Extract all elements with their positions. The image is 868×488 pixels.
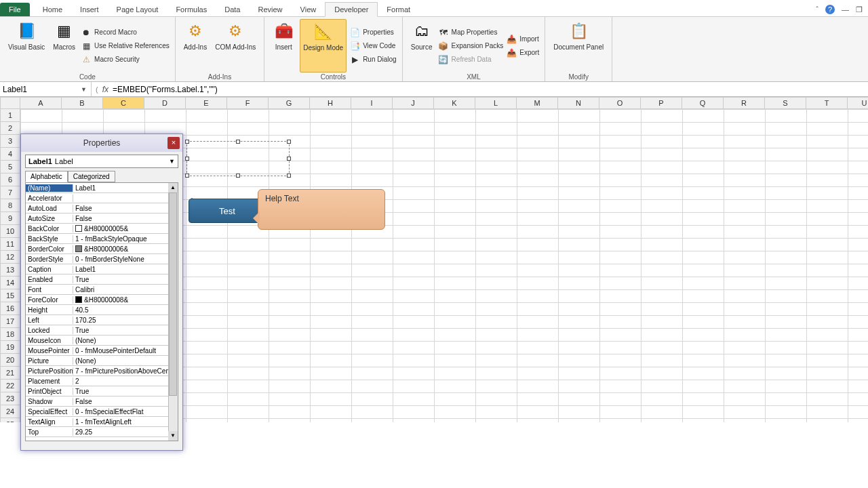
row-header-20[interactable]: 20 [0,354,20,367]
col-header-M[interactable]: M [517,97,558,109]
macros-button[interactable]: ▦Macros [50,19,78,73]
col-header-F[interactable]: F [227,97,269,109]
tab-file[interactable]: File [0,3,30,16]
col-header-A[interactable]: A [20,97,62,109]
prop-row-borderstyle[interactable]: BorderStyle0 - fmBorderStyleNone [26,254,178,264]
prop-row-font[interactable]: FontCalibri [26,285,178,295]
tab-formulas[interactable]: Formulas [167,3,216,16]
prop-row-mousepointer[interactable]: MousePointer0 - fmMousePointerDefault [26,346,178,356]
row-header-15[interactable]: 15 [0,289,20,302]
row-header-17[interactable]: 17 [0,315,20,328]
scroll-up-icon[interactable]: ▲ [168,183,178,192]
prop-row-accelerator[interactable]: Accelerator [26,193,178,203]
col-header-K[interactable]: K [434,97,475,109]
prop-row-name[interactable]: (Name)Label1 [26,183,178,193]
prop-row-mouseicon[interactable]: MouseIcon(None) [26,336,178,346]
window-min-icon[interactable]: — [842,5,849,14]
expansion-packs-button[interactable]: 📦Expansion Packs [438,40,504,52]
record-macro-button[interactable]: ⏺Record Macro [81,26,170,39]
help-icon[interactable]: ? [825,5,835,14]
row-header-19[interactable]: 19 [0,341,20,354]
select-all-corner[interactable] [0,97,20,109]
col-header-Q[interactable]: Q [682,97,724,109]
macro-security-button[interactable]: ⚠Macro Security [81,54,170,66]
prop-row-bordercolor[interactable]: BorderColor&H80000006& [26,244,178,254]
tab-data[interactable]: Data [216,3,249,16]
prop-row-autosize[interactable]: AutoSizeFalse [26,214,178,224]
design-mode-button[interactable]: 📐Design Mode [300,19,347,73]
row-header-14[interactable]: 14 [0,277,20,289]
scrollbar[interactable]: ▲ ▼ [168,183,178,441]
row-header-16[interactable]: 16 [0,302,20,315]
row-header-13[interactable]: 13 [0,264,20,277]
col-header-P[interactable]: P [641,97,682,109]
scroll-down-icon[interactable]: ▼ [168,431,178,441]
visual-basic-button[interactable]: 📘Visual Basic [5,19,47,73]
view-code-button[interactable]: 📑View Code [349,40,396,52]
row-header-1[interactable]: 1 [0,109,20,122]
row-header-25[interactable]: 25 [0,418,20,422]
insert-control-button[interactable]: 🧰Insert [270,19,297,73]
properties-grid[interactable]: (Name)Label1AcceleratorAutoLoadFalseAuto… [25,182,178,441]
prop-row-enabled[interactable]: EnabledTrue [26,274,178,285]
prop-row-autoload[interactable]: AutoLoadFalse [26,203,178,214]
col-header-B[interactable]: B [62,97,103,109]
row-header-5[interactable]: 5 [0,161,20,174]
row-header-12[interactable]: 12 [0,251,20,264]
run-dialog-button[interactable]: ▶Run Dialog [349,54,396,66]
export-button[interactable]: 📤Export [506,47,539,59]
col-header-J[interactable]: J [393,97,434,109]
col-header-E[interactable]: E [186,97,227,109]
prop-row-textalign[interactable]: TextAlign1 - fmTextAlignLeft [26,417,178,427]
prop-row-picture[interactable]: Picture(None) [26,356,178,366]
addins-button[interactable]: ⚙Add-Ins [181,19,210,73]
col-header-O[interactable]: O [599,97,641,109]
prop-row-backstyle[interactable]: BackStyle1 - fmBackStyleOpaque [26,234,178,244]
row-header-8[interactable]: 8 [0,199,20,212]
col-header-N[interactable]: N [558,97,599,109]
prop-row-height[interactable]: Height40.5 [26,305,178,315]
tab-view[interactable]: View [292,3,326,16]
row-header-9[interactable]: 9 [0,212,20,225]
refresh-data-button[interactable]: 🔄Refresh Data [438,54,504,66]
window-restore-icon[interactable]: ❐ [856,5,863,14]
row-header-3[interactable]: 3 [0,135,20,148]
prop-row-top[interactable]: Top29.25 [26,427,178,437]
use-relative-button[interactable]: ▦Use Relative References [81,40,170,52]
prop-row-specialeffect[interactable]: SpecialEffect0 - fmSpecialEffectFlat [26,407,178,417]
minimize-ribbon-icon[interactable]: ˆ [816,5,818,14]
tab-developer[interactable]: Developer [325,2,378,17]
tab-alphabetic[interactable]: Alphabetic [25,171,68,182]
fx-icon[interactable]: fx [102,85,108,94]
map-properties-button[interactable]: 🗺Map Properties [438,26,504,39]
formula-input[interactable]: =EMBED("Forms.Label.1","") [113,85,218,94]
tab-home[interactable]: Home [34,3,71,16]
prop-row-pictureposition[interactable]: PicturePosition7 - fmPicturePositionAbov… [26,366,178,376]
document-panel-button[interactable]: 📋Document Panel [551,19,606,73]
properties-window[interactable]: Properties × Label1Label▼ Alphabetic Cat… [20,134,183,451]
close-icon[interactable]: × [167,137,180,149]
col-header-D[interactable]: D [144,97,186,109]
prop-row-shadow[interactable]: ShadowFalse [26,396,178,407]
row-header-24[interactable]: 24 [0,405,20,418]
col-header-L[interactable]: L [475,97,517,109]
col-header-H[interactable]: H [310,97,351,109]
tab-page-layout[interactable]: Page Layout [108,3,167,16]
row-header-11[interactable]: 11 [0,238,20,251]
row-header-10[interactable]: 10 [0,225,20,238]
tab-categorized[interactable]: Categorized [68,171,115,182]
com-addins-button[interactable]: ⚙COM Add-Ins [212,19,258,73]
object-selector[interactable]: Label1Label▼ [25,155,178,168]
prop-row-caption[interactable]: CaptionLabel1 [26,264,178,274]
col-header-C[interactable]: C [103,97,144,109]
row-header-2[interactable]: 2 [0,122,20,135]
name-box[interactable]: Label1▼ [0,82,92,96]
prop-row-forecolor[interactable]: ForeColor&H80000008& [26,295,178,305]
help-text-callout[interactable]: Help Text [258,189,385,230]
col-header-U[interactable]: U [848,97,868,109]
row-header-18[interactable]: 18 [0,328,20,341]
row-header-22[interactable]: 22 [0,380,20,392]
col-header-I[interactable]: I [351,97,393,109]
scroll-thumb[interactable] [169,192,177,396]
tab-format[interactable]: Format [378,3,419,16]
